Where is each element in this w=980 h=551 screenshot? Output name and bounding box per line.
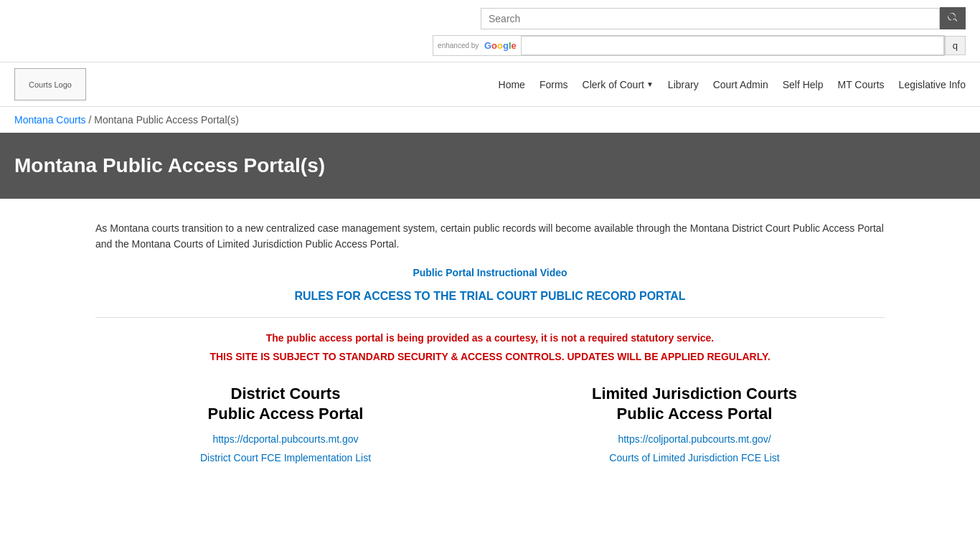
nav-link-clerk[interactable]: Clerk of Court ▼ — [583, 79, 654, 90]
nav-link-library[interactable]: Library — [668, 79, 699, 90]
limited-jurisdiction-portal: Limited Jurisdiction Courts Public Acces… — [504, 384, 885, 463]
google-search-wrapper: enhanced by Google — [433, 35, 945, 56]
clerk-dropdown-arrow: ▼ — [646, 80, 654, 88]
google-brand-label: Google — [484, 40, 517, 51]
main-search-row — [481, 7, 966, 29]
nav-link-home[interactable]: Home — [499, 79, 525, 90]
nav-item-mt-courts[interactable]: MT Courts — [838, 79, 885, 90]
page-title-banner: Montana Public Access Portal(s) — [0, 133, 980, 199]
intro-paragraph: As Montana courts transition to a new ce… — [95, 220, 885, 253]
nav-item-clerk[interactable]: Clerk of Court ▼ — [583, 79, 654, 90]
limited-portal-title: Limited Jurisdiction Courts Public Acces… — [504, 384, 885, 425]
google-search-row: enhanced by Google q — [433, 35, 966, 56]
nav-link-legislative[interactable]: Legislative Info — [899, 79, 966, 90]
nav-bar: Courts Logo Home Forms Clerk of Court ▼ … — [0, 62, 980, 107]
courts-logo: Courts Logo — [14, 68, 86, 100]
search-input[interactable] — [481, 8, 940, 29]
nav-item-legislative[interactable]: Legislative Info — [899, 79, 966, 90]
nav-item-court-admin[interactable]: Court Admin — [713, 79, 768, 90]
google-search-button-label: q — [953, 40, 958, 51]
breadcrumb: Montana Courts / Montana Public Access P… — [0, 107, 980, 133]
nav-link-self-help[interactable]: Self Help — [783, 79, 824, 90]
district-fce-link[interactable]: District Court FCE Implementation List — [95, 452, 476, 463]
logo-text: Courts Logo — [29, 80, 72, 89]
nav-item-forms[interactable]: Forms — [540, 79, 568, 90]
notice-security: THIS SITE IS SUBJECT TO STANDARD SECURIT… — [95, 351, 885, 362]
district-court-portal: District Courts Public Access Portal htt… — [95, 384, 476, 463]
nav-link-forms[interactable]: Forms — [540, 79, 568, 90]
top-search-area: enhanced by Google q — [0, 0, 980, 62]
google-search-input[interactable] — [521, 36, 944, 55]
portal-video-link[interactable]: Public Portal Instructional Video — [95, 267, 885, 278]
breadcrumb-home-link[interactable]: Montana Courts — [14, 114, 86, 126]
nav-link-court-admin[interactable]: Court Admin — [713, 79, 768, 90]
district-portal-url[interactable]: https://dcportal.pubcourts.mt.gov — [95, 433, 476, 445]
district-portal-title: District Courts Public Access Portal — [95, 384, 476, 425]
nav-item-self-help[interactable]: Self Help — [783, 79, 824, 90]
search-icon — [947, 11, 958, 23]
page-title: Montana Public Access Portal(s) — [14, 154, 966, 177]
portal-columns: District Courts Public Access Portal htt… — [95, 384, 885, 463]
notice-courtesy: The public access portal is being provid… — [95, 332, 885, 344]
nav-item-home[interactable]: Home — [499, 79, 525, 90]
rules-link[interactable]: RULES FOR ACCESS TO THE TRIAL COURT PUBL… — [95, 290, 885, 318]
enhanced-by-label: enhanced by Google — [433, 40, 521, 51]
google-search-button[interactable]: q — [945, 36, 966, 55]
main-content: As Montana courts transition to a new ce… — [81, 199, 899, 485]
nav-link-mt-courts[interactable]: MT Courts — [838, 79, 885, 90]
breadcrumb-current: Montana Public Access Portal(s) — [94, 114, 239, 126]
nav-item-library[interactable]: Library — [668, 79, 699, 90]
limited-portal-url[interactable]: https://coljportal.pubcourts.mt.gov/ — [504, 433, 885, 445]
limited-fce-link[interactable]: Courts of Limited Jurisdiction FCE List — [504, 452, 885, 463]
logo-area: Courts Logo — [14, 68, 86, 100]
nav-links: Home Forms Clerk of Court ▼ Library Cour… — [499, 79, 966, 90]
search-button[interactable] — [940, 7, 966, 29]
